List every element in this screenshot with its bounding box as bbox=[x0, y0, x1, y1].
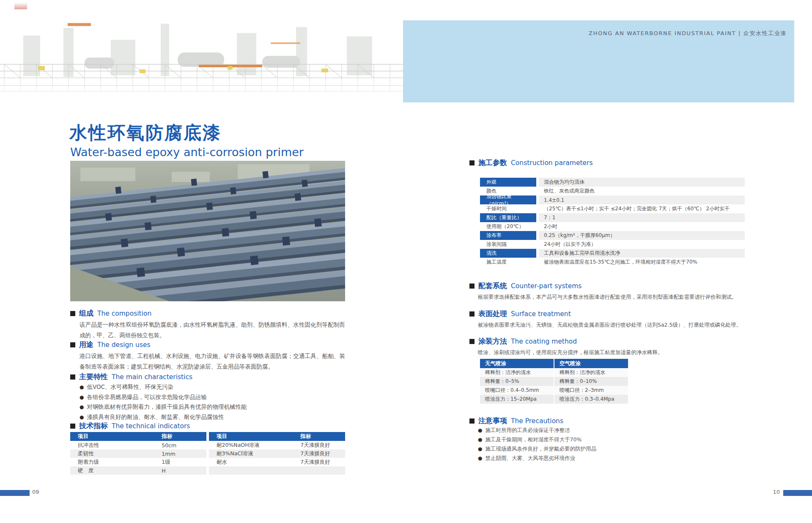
param-label: 配比（重量比） bbox=[480, 213, 536, 222]
table-row: 清洗 工具和设备施工完毕后用清水洗净 bbox=[480, 249, 745, 258]
column-header: 无气喷涂 bbox=[480, 359, 554, 368]
section-title-cn: 技术指标 bbox=[79, 421, 108, 431]
list-item: 施工及干燥期间，相对湿度不得大于70% bbox=[478, 436, 596, 443]
section-square-icon bbox=[469, 418, 475, 424]
column-header: 项目 bbox=[209, 432, 293, 441]
table-row: 耐水 7天漆膜良好 bbox=[209, 458, 345, 466]
cell: 附着力级 bbox=[70, 458, 154, 466]
section-uses: 用途 The design uses bbox=[70, 340, 151, 350]
section-title-en: Construction parameters bbox=[511, 159, 593, 167]
list-item: 禁止阴雨、大雾、大风等恶劣环境作业 bbox=[478, 454, 596, 462]
counterpart-body: 根据要求选择配套体系，本产品可与大多数水性面漆进行配套使用，采用溶剂型面漆配套需… bbox=[478, 293, 737, 301]
table-row: 稀释剂：洁净的清水 稀释剂：洁净的清水 bbox=[480, 368, 628, 377]
section-indicators: 技术指标 The technical indicators bbox=[70, 421, 190, 431]
param-label: 混合物比重（g/cm³） bbox=[480, 195, 536, 204]
column-header: 项目 bbox=[70, 432, 154, 441]
section-title-cn: 表面处理 bbox=[478, 309, 507, 319]
page-number-left: 09 bbox=[32, 489, 39, 495]
construction-table: 外观 混合物为均匀流体 颜色 铁红、灰色或商定颜色 混合物比重（g/cm³） 1… bbox=[480, 178, 745, 267]
cell: 喷涂压力：0.3–0.4Mpa bbox=[554, 395, 628, 404]
param-label: 干燥时间 bbox=[480, 204, 536, 213]
list-item: 各组份非易燃易爆品，可以按非危险化学品运输 bbox=[80, 393, 247, 401]
section-counterpart: 配套系统 Counter-part systems bbox=[469, 281, 582, 291]
coating-table: 无气喷涂 空气喷涂 稀释剂：洁净的清水 稀释剂：洁净的清水 稀释量：0–5% 稀… bbox=[480, 359, 628, 404]
cell: 喷嘴口径：2–3mm bbox=[554, 386, 628, 395]
section-title-cn: 注意事项 bbox=[478, 416, 507, 426]
section-square-icon bbox=[70, 424, 75, 429]
footer-bar-left bbox=[0, 490, 30, 496]
table-row: 稀释量：0–5% 稀释量：0–10% bbox=[480, 377, 628, 386]
indicators-table-left: 项目 指标 抗冲击性 50cm 柔韧性 1mm 附着力级 1级 硬 度 bbox=[70, 432, 206, 475]
coating-body: 喷涂、涂刷或浸涂均可，使用前应充分搅拌，根据施工粘度加适量的净水稀释。 bbox=[478, 348, 663, 357]
cell: 7天漆膜良好 bbox=[293, 441, 345, 449]
section-square-icon bbox=[70, 311, 75, 316]
cell: 稀释剂：洁净的清水 bbox=[480, 368, 554, 377]
surface-body: 被涂物表面要求无油污、无锈蚀、无疏松物质金属表面应进行喷砂处理（达到Sa2.5级… bbox=[478, 321, 741, 329]
cell: 喷涂压力：15–20Mpa bbox=[480, 395, 554, 404]
cell: 稀释量：0–10% bbox=[554, 377, 628, 386]
steel-structure-photo bbox=[70, 161, 345, 301]
section-title-en: Surface treatment bbox=[511, 310, 571, 318]
cell bbox=[209, 466, 293, 475]
column-header: 指标 bbox=[293, 432, 345, 441]
indicators-table-right: 项目 指标 耐20%NaOH溶液 7天漆膜良好 耐3%NaCl溶液 7天漆膜良好… bbox=[209, 432, 345, 475]
cell: H bbox=[154, 466, 206, 475]
section-square-icon bbox=[469, 339, 475, 344]
cell: 1级 bbox=[154, 458, 206, 466]
param-value: 24小时（以实干为准） bbox=[539, 240, 745, 249]
cell: 耐20%NaOH溶液 bbox=[209, 441, 293, 449]
cell: 耐3%NaCl溶液 bbox=[209, 449, 293, 458]
table-row: 附着力级 1级 bbox=[70, 458, 206, 466]
product-title-cn: 水性环氧防腐底漆 bbox=[69, 121, 222, 145]
indicators-table: 项目 指标 抗冲击性 50cm 柔韧性 1mm 附着力级 1级 硬 度 bbox=[70, 432, 345, 475]
precautions-list: 施工时所用的工具必须保证干净整洁 施工及干燥期间，相对湿度不得大于70% 施工现… bbox=[478, 427, 596, 464]
cell: 耐水 bbox=[209, 458, 293, 466]
table-row: 干燥时间 （25℃）表干≤1小时；实干 ≤24小时；完全固化 7天；烘干（60℃… bbox=[480, 204, 745, 213]
list-item: 低VOC、水可稀释性、环保无污染 bbox=[80, 383, 247, 391]
section-title-en: The design uses bbox=[97, 341, 151, 349]
cell: 1mm bbox=[154, 449, 206, 458]
section-surface: 表面处理 Surface treatment bbox=[469, 309, 571, 319]
param-label: 涂装间隔 bbox=[480, 240, 536, 249]
param-value: 2小时 bbox=[539, 222, 745, 231]
footer-bar-right bbox=[783, 490, 812, 496]
cell bbox=[293, 466, 345, 475]
cell: 稀释量：0–5% bbox=[480, 377, 554, 386]
uses-body: 港口设施、地下管道、工程机械、水利设施、电力设施、矿井设备等钢铁表面防腐；交通工… bbox=[80, 351, 345, 372]
param-value: 工具和设备施工完毕后用清水洗净 bbox=[539, 249, 745, 258]
section-title-en: The Precautions bbox=[511, 417, 563, 425]
cell: 7天漆膜良好 bbox=[293, 458, 345, 466]
param-value: 混合物为均匀流体 bbox=[539, 178, 745, 187]
list-item: 施工时所用的工具必须保证干净整洁 bbox=[478, 427, 596, 434]
param-value: 7：1 bbox=[539, 213, 745, 222]
param-label: 外观 bbox=[480, 178, 536, 187]
cell: 柔韧性 bbox=[70, 449, 154, 458]
param-value: 0.25（kg/m²，干膜厚60μm） bbox=[539, 231, 745, 240]
table-row: 耐20%NaOH溶液 7天漆膜良好 bbox=[209, 441, 345, 449]
table-row: 外观 混合物为均匀流体 bbox=[480, 178, 745, 187]
section-construction: 施工参数 Construction parameters bbox=[469, 158, 593, 168]
section-coating: 涂装方法 The coating method bbox=[469, 336, 577, 346]
section-title-en: The technical indicators bbox=[112, 422, 190, 430]
param-value: 被涂物表面温度应在15-35℃之间施工，环境相对湿度不得大于70% bbox=[539, 258, 745, 267]
section-title-en: The composition bbox=[97, 310, 151, 317]
table-row bbox=[209, 466, 345, 475]
cell: 抗冲击性 bbox=[70, 441, 154, 449]
brand-header-text: ZHONG AN WATERBORNE INDUSTRIAL PAINT | 众… bbox=[589, 30, 787, 37]
factory-photo-art bbox=[0, 3, 403, 104]
table-row: 涂布率 0.25（kg/m²，干膜厚60μm） bbox=[480, 231, 745, 240]
table-row: 配比（重量比） 7：1 bbox=[480, 213, 745, 222]
table-row: 涂装间隔 24小时（以实干为准） bbox=[480, 240, 745, 249]
section-title-cn: 施工参数 bbox=[478, 158, 507, 168]
table-row: 施工温度 被涂物表面温度应在15-35℃之间施工，环境相对湿度不得大于70% bbox=[480, 258, 745, 267]
section-title-en: The coating method bbox=[511, 338, 577, 345]
section-characteristics: 主要特性 The main characteristics bbox=[70, 372, 192, 382]
cell: 7天漆膜良好 bbox=[293, 449, 345, 458]
table-row: 喷涂压力：15–20Mpa 喷涂压力：0.3–0.4Mpa bbox=[480, 395, 628, 404]
table-row: 硬 度 H bbox=[70, 466, 206, 475]
table-row: 耐3%NaCl溶液 7天漆膜良好 bbox=[209, 449, 345, 458]
list-item: 对钢铁底材有优异附着力，漆膜干燥后具有优异的物理机械性能 bbox=[80, 403, 247, 411]
section-square-icon bbox=[70, 342, 75, 347]
table-row: 使用期（20℃） 2小时 bbox=[480, 222, 745, 231]
param-label: 清洗 bbox=[480, 249, 536, 258]
